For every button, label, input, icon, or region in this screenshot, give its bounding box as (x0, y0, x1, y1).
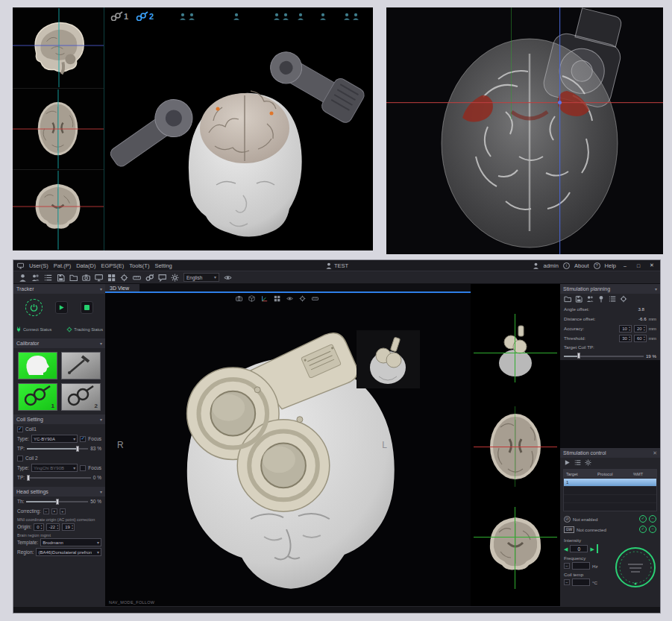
correcting-plus-button[interactable]: + (60, 508, 66, 514)
patient-list-icon[interactable] (44, 274, 52, 282)
save-icon[interactable] (575, 295, 582, 303)
origin-y-spinner[interactable]: -22 ▴▾ (46, 523, 60, 531)
coil-icon[interactable] (145, 274, 154, 282)
tracker-start-button[interactable] (55, 301, 68, 314)
orientation-preset-group[interactable] (343, 13, 359, 20)
enable-button[interactable]: ✓ (639, 515, 647, 523)
slider-thumb[interactable] (56, 499, 59, 505)
table-row[interactable] (564, 494, 656, 502)
coil2-focus-checkbox[interactable] (80, 465, 86, 471)
coil-1-indicator[interactable]: 1 (110, 11, 128, 21)
disconnect-button[interactable]: − (649, 526, 656, 533)
tab-3d-view[interactable]: 3D View (105, 284, 139, 291)
template-select[interactable]: Brodmann ▾ (40, 538, 101, 546)
help-icon[interactable]: ? (594, 262, 600, 269)
viewport-scene[interactable]: R L NAV_MODE_FOLLOW (105, 293, 471, 606)
brain-coils-3d-scene[interactable] (104, 7, 373, 250)
chevron-down-icon[interactable]: ▾ (100, 287, 102, 291)
chevron-down-icon[interactable]: ▾ (100, 417, 102, 422)
target-coil-tp-slider[interactable] (564, 353, 644, 359)
grid-icon[interactable] (274, 295, 280, 302)
coil-temp-field[interactable] (572, 579, 590, 586)
head-th-slider[interactable] (26, 498, 88, 505)
accuracy-spinner-1[interactable]: 10 ▴▾ (619, 325, 632, 332)
correcting-dot-button[interactable]: ● (51, 508, 57, 514)
stimulation-control-header[interactable]: Stimulation control ✕ (560, 448, 660, 458)
target-icon[interactable] (120, 274, 128, 282)
calibrator-coil1-thumb[interactable]: 1 (18, 383, 57, 411)
calibrator-head-thumb[interactable] (18, 352, 57, 379)
tracker-header[interactable]: Tracker ▾ (13, 284, 105, 294)
menu-data[interactable]: Data(D) (76, 262, 95, 269)
coil1-checkbox[interactable]: ✓ (17, 426, 23, 432)
slider-thumb[interactable] (577, 353, 580, 359)
coil-setting-header[interactable]: Coil Setting ▾ (13, 414, 105, 424)
coil1-type-select[interactable]: YC-BY90A ▾ (31, 435, 78, 443)
coil2-checkbox[interactable] (17, 455, 23, 461)
menu-patient[interactable]: Pat.(P) (54, 262, 71, 269)
camera-icon[interactable] (236, 295, 242, 302)
monitor-icon[interactable] (95, 274, 103, 282)
intensity-field[interactable]: 0 (570, 545, 588, 552)
folder-icon[interactable] (564, 295, 571, 303)
calibrator-coil2-thumb[interactable]: 2 (61, 383, 101, 411)
threshold-spinner-2[interactable]: 60 ▴▾ (634, 335, 647, 342)
orientation-preset-group[interactable] (233, 13, 240, 20)
chevron-down-icon[interactable]: ▾ (100, 490, 102, 494)
menu-tools[interactable]: Tools(T) (129, 262, 149, 269)
users-icon[interactable] (31, 274, 40, 282)
maximize-button[interactable]: □ (634, 263, 643, 268)
orientation-preset-group[interactable] (319, 13, 327, 20)
nav-3d-view[interactable]: 1 2 (104, 7, 373, 250)
menu-setting[interactable]: Setting (154, 262, 172, 269)
table-row[interactable]: 1 (564, 478, 656, 486)
menu-user[interactable]: User(S) (29, 262, 48, 269)
list-icon[interactable] (574, 459, 581, 466)
intensity-increase-button[interactable]: ▶ (590, 546, 594, 552)
close-icon[interactable]: ✕ (653, 450, 657, 455)
thumb-coronal-view[interactable] (474, 506, 557, 590)
target-icon[interactable] (299, 295, 306, 302)
ruler-icon[interactable] (133, 274, 141, 282)
folder-icon[interactable] (69, 274, 78, 282)
list-icon[interactable] (609, 295, 616, 303)
transparent-head-3d-panel[interactable] (386, 7, 663, 254)
chevron-down-icon[interactable]: ▾ (100, 341, 102, 346)
play-icon[interactable] (564, 459, 571, 466)
thumb-axial-view[interactable] (474, 406, 557, 487)
correcting-minus-button[interactable]: − (43, 508, 49, 514)
about-icon[interactable]: i (563, 262, 570, 269)
connect-button[interactable]: ✓ (639, 526, 647, 533)
tracker-record-button[interactable] (81, 301, 93, 314)
coil2-type-select[interactable]: YingChi BY90B ▾ (31, 464, 78, 472)
camera-icon[interactable] (82, 274, 90, 282)
origin-x-spinner[interactable]: 0 ▴▾ (34, 523, 43, 531)
coil1-tp-slider[interactable] (27, 445, 88, 452)
calibrator-header[interactable]: Calibrator ▾ (13, 338, 105, 348)
threshold-spinner-1[interactable]: 30 ▴▾ (619, 335, 632, 342)
coil-2-indicator[interactable]: 2 (136, 11, 154, 21)
target-icon[interactable] (620, 295, 627, 303)
slider-thumb[interactable] (76, 446, 79, 452)
intensity-decrease-button[interactable]: ◀ (564, 546, 568, 552)
tracker-power-button[interactable] (25, 299, 43, 316)
coil-temp-minus-button[interactable]: − (564, 579, 570, 585)
table-row[interactable] (564, 502, 656, 511)
axes-icon[interactable] (261, 295, 268, 302)
frequency-minus-button[interactable]: − (564, 563, 570, 569)
ruler-icon[interactable] (312, 295, 318, 302)
layout-grid-icon[interactable] (107, 274, 116, 282)
coronal-slice-view[interactable] (13, 170, 104, 250)
orientation-preset-group[interactable] (297, 13, 304, 20)
region-select[interactable]: (BA46)Dorsolateral prefron ▾ (36, 548, 101, 556)
table-row[interactable] (564, 486, 656, 494)
orientation-preset-group[interactable] (273, 13, 289, 20)
about-label[interactable]: About (574, 262, 589, 269)
chevron-down-icon[interactable]: ▾ (655, 287, 657, 291)
eye-icon[interactable] (286, 295, 293, 302)
coil-inset-view[interactable] (357, 330, 420, 388)
users-icon[interactable] (586, 295, 594, 303)
stimulation-planning-header[interactable]: Stimulation planning ▾ (560, 284, 660, 294)
gear-icon[interactable] (171, 274, 179, 282)
accuracy-spinner-2[interactable]: 20 ▴▾ (634, 325, 647, 332)
